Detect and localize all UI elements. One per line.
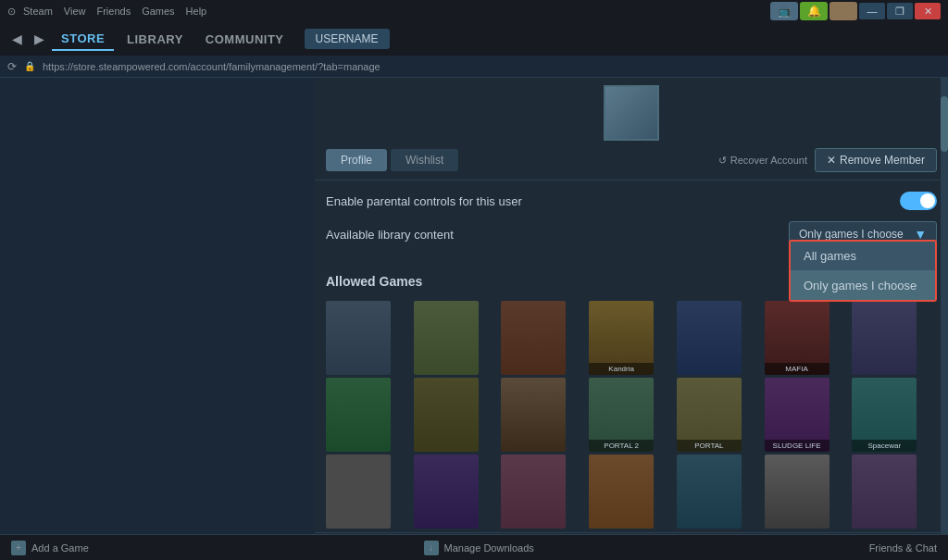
user-avatar[interactable] — [830, 2, 857, 20]
avatar-area — [315, 78, 948, 141]
game-tile[interactable] — [501, 454, 566, 529]
game-tile[interactable] — [326, 378, 391, 452]
user-avatar-large — [604, 85, 659, 141]
profile-tab[interactable]: Profile — [326, 149, 387, 171]
close-button[interactable]: ✕ — [915, 3, 941, 19]
downloads-icon: ↓ — [424, 541, 439, 555]
maximize-button[interactable]: ❐ — [887, 3, 913, 19]
games-grid: KandriaMAFIAPORTAL 2PORTALSLUDGE LIFESpa… — [315, 297, 948, 532]
game-tile[interactable] — [501, 301, 566, 375]
nav-bar: ◀ ▶ STORE LIBRARY COMMUNITY USERNAME — [0, 22, 948, 56]
recover-icon: ↺ — [718, 155, 727, 167]
scrollbar-thumb[interactable] — [941, 96, 948, 152]
nav-store[interactable]: STORE — [52, 28, 114, 51]
game-tile[interactable] — [414, 378, 479, 452]
title-bar-left: ⊙ Steam View Friends Games Help — [7, 6, 206, 18]
steam-logo-icon: ⊙ — [7, 6, 16, 18]
nav-library[interactable]: LIBRARY — [118, 29, 193, 50]
title-bar-menu: Steam View Friends Games Help — [23, 6, 206, 17]
game-tile[interactable] — [414, 454, 479, 529]
tabs-row: Profile Wishlist ↺ Recover Account ✕ Rem… — [315, 141, 948, 180]
menu-friends[interactable]: Friends — [96, 6, 131, 17]
forward-button[interactable]: ▶ — [30, 30, 48, 48]
lock-icon: 🔒 — [24, 61, 35, 71]
game-tile[interactable] — [677, 301, 742, 375]
tabs-right: ↺ Recover Account ✕ Remove Member — [718, 148, 937, 172]
menu-steam[interactable]: Steam — [23, 6, 53, 17]
manage-downloads-button[interactable]: ↓ Manage Downloads — [424, 541, 534, 555]
title-bar: ⊙ Steam View Friends Games Help 📺 🔔 — ❐ … — [0, 0, 948, 22]
minimize-button[interactable]: — — [859, 3, 885, 19]
game-tile[interactable] — [589, 454, 654, 529]
game-tile[interactable] — [765, 454, 830, 529]
url-text: https://store.steampowered.com/account/f… — [43, 61, 380, 72]
game-tile[interactable]: Spacewar — [852, 378, 917, 452]
remove-label: Remove Member — [840, 154, 925, 167]
game-tile[interactable]: MAFIA — [765, 301, 830, 375]
game-tile[interactable] — [326, 454, 391, 529]
add-game-icon: + — [11, 541, 26, 555]
sidebar — [0, 78, 315, 534]
friends-chat-label: Friends & Chat — [869, 542, 937, 554]
option-all-games[interactable]: All games — [791, 242, 935, 271]
game-tile[interactable]: Kandria — [589, 301, 654, 375]
tabs-left: Profile Wishlist — [326, 149, 458, 171]
game-tile[interactable] — [326, 301, 391, 375]
parental-label: Enable parental controls for this user — [326, 194, 522, 208]
content-area: Profile Wishlist ↺ Recover Account ✕ Rem… — [315, 78, 948, 534]
game-tile[interactable]: SLUDGE LIFE — [765, 378, 830, 452]
friends-chat-button[interactable]: Friends & Chat — [869, 542, 937, 554]
menu-help[interactable]: Help — [186, 6, 207, 17]
scrollbar[interactable] — [941, 78, 948, 534]
parental-controls-row: Enable parental controls for this user — [326, 192, 937, 210]
recover-label: Recover Account — [730, 155, 807, 166]
dropdown-value: Only games I choose — [799, 228, 904, 241]
x-icon: ✕ — [827, 154, 836, 167]
menu-view[interactable]: View — [64, 6, 86, 17]
menu-games[interactable]: Games — [142, 6, 174, 17]
allowed-games-title: Allowed Games — [326, 274, 422, 289]
refresh-icon[interactable]: ⟳ — [7, 60, 17, 73]
back-button[interactable]: ◀ — [7, 30, 26, 48]
url-bar: ⟳ 🔒 https://store.steampowered.com/accou… — [0, 56, 948, 78]
game-tile[interactable] — [852, 454, 917, 529]
remove-member-button[interactable]: ✕ Remove Member — [815, 148, 937, 172]
game-tile[interactable]: PORTAL — [677, 378, 742, 452]
game-tile[interactable] — [414, 301, 479, 375]
parental-toggle[interactable] — [900, 192, 937, 210]
add-game-label: Add a Game — [31, 542, 89, 554]
screen-icon[interactable]: 📺 — [770, 2, 798, 20]
game-tile[interactable] — [677, 454, 742, 529]
recover-account-button[interactable]: ↺ Recover Account — [718, 155, 807, 167]
nav-username[interactable]: USERNAME — [305, 29, 390, 49]
game-tile[interactable] — [852, 301, 917, 375]
wishlist-tab[interactable]: Wishlist — [391, 149, 458, 171]
game-tile[interactable]: PORTAL 2 — [589, 378, 654, 452]
notification-icon[interactable]: 🔔 — [800, 2, 828, 20]
dropdown-popup: All games Only games I choose — [789, 240, 937, 302]
option-only-games[interactable]: Only games I choose — [791, 271, 935, 300]
nav-community[interactable]: COMMUNITY — [196, 29, 293, 50]
bottom-bar: + Add a Game ↓ Manage Downloads Friends … — [0, 534, 948, 560]
manage-downloads-label: Manage Downloads — [444, 542, 534, 554]
add-game-button[interactable]: + Add a Game — [11, 541, 89, 555]
library-label: Available library content — [326, 228, 454, 242]
game-tile[interactable] — [501, 378, 566, 452]
main-layout: Profile Wishlist ↺ Recover Account ✕ Rem… — [0, 78, 948, 534]
